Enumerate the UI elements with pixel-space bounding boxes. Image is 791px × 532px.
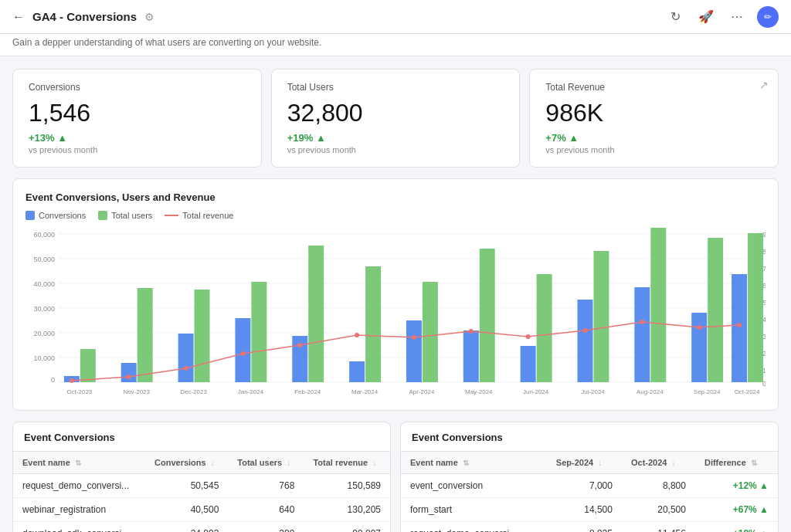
svg-rect-30 (178, 334, 194, 382)
table-row: request_demo_conversi... 50,545 768 150,… (13, 474, 390, 498)
svg-point-68 (355, 333, 359, 337)
cell-users: 768 (228, 474, 304, 498)
col-oct: Oct-2024 ↓ (622, 452, 695, 474)
cell-revenue: 150,589 (304, 474, 390, 498)
svg-text:Oct-2024: Oct-2024 (735, 388, 760, 395)
cell-conversions: 50,545 (145, 474, 228, 498)
svg-point-70 (469, 329, 474, 334)
metric-change-revenue: +7% ▲ (545, 132, 762, 144)
svg-point-66 (240, 351, 245, 356)
table-left-table: Event name ⇅ Conversions ↓ Total users ↓… (13, 452, 390, 532)
svg-rect-39 (349, 361, 365, 382)
expand-icon[interactable]: ↗ (759, 79, 769, 91)
svg-text:Dec-2023: Dec-2023 (180, 388, 207, 395)
svg-rect-40 (365, 266, 381, 382)
svg-rect-45 (463, 330, 479, 382)
sort-icon-event[interactable]: ⇅ (75, 459, 81, 467)
svg-point-65 (184, 366, 188, 371)
svg-text:Jan-2024: Jan-2024 (238, 388, 264, 395)
svg-text:Jul-2024: Jul-2024 (581, 388, 605, 395)
svg-point-67 (297, 343, 302, 347)
metric-change-conversions: +13% ▲ (29, 132, 246, 144)
svg-point-73 (640, 320, 644, 324)
page-title: GA4 - Conversions (32, 10, 137, 23)
sort-icon-conversions[interactable]: ↓ (211, 459, 215, 467)
main-content: Conversions 1,546 +13% ▲ vs previous mon… (0, 56, 791, 532)
svg-rect-55 (650, 228, 666, 382)
metric-value-users: 32,800 (287, 99, 504, 127)
cell-conversions: 40,500 (145, 498, 228, 522)
svg-point-69 (412, 335, 416, 340)
cell-event-name-r: request_demo_conversi... (401, 522, 547, 533)
rocket-icon[interactable]: 🚀 (695, 6, 717, 28)
svg-rect-33 (235, 318, 250, 382)
sort-icon-users[interactable]: ↓ (287, 459, 290, 467)
chart-title: Event Conversions, Users and Revenue (25, 191, 766, 203)
col-event-name-r: Event name ⇅ (401, 452, 547, 474)
svg-rect-25 (80, 349, 96, 382)
svg-text:Nov-2023: Nov-2023 (123, 388, 150, 395)
svg-rect-60 (732, 274, 747, 382)
sort-icon-oct[interactable]: ↓ (672, 459, 676, 467)
metric-change-users: +19% ▲ (287, 132, 504, 144)
svg-text:Aug-2024: Aug-2024 (637, 388, 664, 395)
table-left: Event Conversions Event name ⇅ Conversio… (12, 422, 391, 532)
sort-icon-event-r[interactable]: ⇅ (463, 459, 469, 467)
svg-text:60,000: 60,000 (33, 231, 54, 239)
chart-legend: Conversions Total users Total revenue (25, 211, 766, 220)
table-row: download_sdk_conversi... 24,893 289 99,8… (13, 522, 390, 533)
svg-text:Jun-2024: Jun-2024 (523, 388, 549, 395)
sort-icon-diff[interactable]: ⇅ (751, 459, 757, 467)
cell-diff: +19% ▲ (695, 522, 778, 533)
svg-rect-49 (537, 274, 552, 382)
cell-oct: 20,500 (622, 498, 695, 522)
svg-rect-46 (480, 249, 495, 382)
svg-text:50,000: 50,000 (33, 256, 54, 263)
cell-event-name-r: form_start (401, 498, 547, 522)
svg-rect-58 (708, 238, 723, 382)
metrics-row: Conversions 1,546 +13% ▲ vs previous mon… (12, 69, 779, 168)
cell-event-name: request_demo_conversi... (13, 474, 145, 498)
metric-value-revenue: 986K (545, 99, 762, 127)
sort-icon-sep[interactable]: ↓ (598, 459, 602, 467)
cell-oct: 8,800 (622, 474, 695, 498)
refresh-icon[interactable]: ↻ (664, 6, 686, 28)
back-button[interactable]: ← (12, 10, 25, 24)
table-right: Event Conversions Event name ⇅ Sep-2024 … (400, 422, 779, 532)
col-event-name: Event name ⇅ (13, 452, 145, 474)
svg-rect-27 (121, 363, 137, 382)
table-row: request_demo_conversi... 8,925 11,456 +1… (401, 522, 778, 533)
svg-text:40,000: 40,000 (33, 280, 54, 288)
metric-revenue: Total Revenue 986K +7% ▲ vs previous mon… (529, 69, 779, 168)
cell-sep: 14,500 (547, 498, 622, 522)
metric-label-users: Total Users (287, 82, 504, 93)
table-right-table: Event name ⇅ Sep-2024 ↓ Oct-2024 ↓ Diffe… (401, 452, 778, 532)
svg-text:Feb-2024: Feb-2024 (294, 388, 321, 395)
top-bar-left: ← GA4 - Conversions ⚙ (12, 10, 154, 24)
sort-icon-revenue[interactable]: ↓ (372, 459, 376, 467)
metric-vs-users: vs previous month (287, 145, 504, 154)
cell-revenue: 130,205 (304, 498, 390, 522)
cell-sep: 7,000 (547, 474, 622, 498)
svg-text:Oct-2023: Oct-2023 (66, 388, 92, 395)
svg-rect-57 (691, 313, 707, 382)
legend-users: Total users (98, 211, 152, 220)
cell-event-name-r: event_conversion (401, 474, 547, 498)
metric-label-conversions: Conversions (29, 82, 246, 93)
legend-dot-users (98, 211, 107, 220)
table-left-title: Event Conversions (13, 422, 390, 452)
col-diff: Difference ⇅ (695, 452, 778, 474)
top-bar: ← GA4 - Conversions ⚙ ↻ 🚀 ⋯ ✏ (0, 0, 791, 34)
settings-icon[interactable]: ⚙ (144, 11, 154, 23)
chart-container: 60,000 50,000 40,000 30,000 20,000 10,00… (25, 228, 766, 398)
avatar[interactable]: ✏ (757, 6, 779, 28)
table-row: webinar_registration 40,500 640 130,205 (13, 498, 390, 522)
col-total-revenue: Total revenue ↓ (304, 452, 390, 474)
svg-rect-48 (521, 346, 536, 382)
more-icon[interactable]: ⋯ (726, 6, 748, 28)
cell-diff: +12% ▲ (695, 474, 778, 498)
cell-diff: +67% ▲ (695, 498, 778, 522)
svg-point-63 (70, 378, 74, 383)
col-sep: Sep-2024 ↓ (547, 452, 622, 474)
metric-label-revenue: Total Revenue (545, 82, 762, 93)
